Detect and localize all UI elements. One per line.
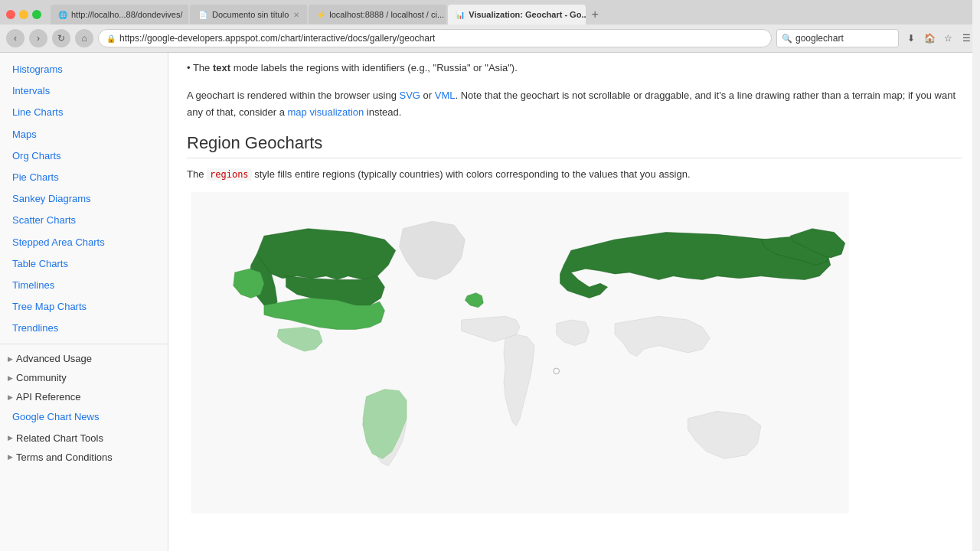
tab-4[interactable]: 📊 Visualization: Geochart - Go... ✕ (448, 5, 586, 24)
terms-conditions-label: Terms and Conditions (16, 452, 113, 463)
download-icon[interactable]: ⬇ (903, 31, 919, 46)
bold-text-word: text (213, 62, 230, 73)
world-map-svg (187, 192, 853, 514)
sidebar-section-terms-conditions[interactable]: ▶ Terms and Conditions (0, 448, 168, 467)
back-button[interactable]: ‹ (6, 29, 24, 47)
address-bar[interactable]: 🔒 https://google-developers.appspot.com/… (98, 29, 772, 47)
tab-2-label: Documento sin título (212, 10, 289, 19)
toolbar-icons: ⬇ 🏠 ☆ ☰ (903, 31, 974, 46)
sidebar-item-tree-map-charts[interactable]: Tree Map Charts (0, 296, 168, 318)
home-button[interactable]: ⌂ (75, 29, 93, 47)
advanced-usage-label: Advanced Usage (16, 353, 92, 364)
intro-paragraph: • The text mode labels the regions with … (187, 53, 962, 81)
tab-3-favicon: ⚡ (316, 9, 325, 20)
address-bar-row: ‹ › ↻ ⌂ 🔒 https://google-developers.apps… (0, 24, 980, 52)
maximize-button[interactable] (32, 10, 41, 19)
tab-2[interactable]: 📄 Documento sin título ✕ (190, 5, 307, 24)
search-text: googlechart (795, 33, 844, 44)
svg-point-3 (730, 269, 733, 273)
tab-1-favicon: 🌐 (58, 9, 67, 20)
sidebar-item-stepped-area-charts[interactable]: Stepped Area Charts (0, 232, 168, 253)
search-bar[interactable]: 🔍 googlechart (776, 29, 899, 47)
sidebar-item-org-charts[interactable]: Org Charts (0, 145, 168, 167)
body-paragraph-2: The regions style fills entire regions (… (187, 166, 962, 183)
traffic-lights (6, 10, 41, 19)
advanced-usage-arrow: ▶ (8, 355, 13, 363)
svg-point-1 (715, 269, 720, 273)
tab-4-label: Visualization: Geochart - Go... (469, 10, 586, 19)
tab-2-favicon: 📄 (198, 9, 208, 20)
community-arrow: ▶ (8, 374, 13, 382)
sidebar-section-community[interactable]: ▶ Community (0, 368, 168, 387)
sidebar-item-sankey-diagrams[interactable]: Sankey Diagrams (0, 188, 168, 210)
map-container (187, 192, 853, 514)
sidebar-divider-1 (0, 344, 168, 344)
scrollbar[interactable] (972, 53, 980, 551)
sidebar-section-advanced-usage[interactable]: ▶ Advanced Usage (0, 349, 168, 368)
bookmark-icon[interactable]: ☆ (940, 31, 956, 46)
tab-4-favicon: 📊 (456, 9, 465, 20)
tab-1-close[interactable]: ✕ (188, 11, 188, 19)
address-text: https://google-developers.appspot.com/ch… (119, 33, 435, 44)
sidebar-item-maps[interactable]: Maps (0, 124, 168, 145)
sidebar-item-pie-charts[interactable]: Pie Charts (0, 167, 168, 188)
section-heading-region-geocharts: Region Geocharts (187, 133, 962, 158)
tab-3-label: localhost:8888 / localhost / ci... (329, 10, 444, 19)
new-tab-button[interactable]: + (587, 7, 603, 22)
menu-icon[interactable]: ☰ (959, 31, 974, 46)
page-container: Histograms Intervals Line Charts Maps Or… (0, 53, 980, 551)
sidebar-item-histograms[interactable]: Histograms (0, 59, 168, 80)
sidebar-item-scatter-charts[interactable]: Scatter Charts (0, 210, 168, 231)
sidebar: Histograms Intervals Line Charts Maps Or… (0, 53, 168, 551)
map-visualization-link[interactable]: map visualization (288, 106, 364, 118)
minimize-button[interactable] (19, 10, 28, 19)
home-icon[interactable]: 🏠 (922, 31, 937, 46)
api-reference-label: API Reference (16, 391, 81, 403)
lock-icon: 🔒 (106, 34, 116, 43)
close-button[interactable] (6, 10, 15, 19)
sidebar-item-intervals[interactable]: Intervals (0, 80, 168, 102)
related-chart-tools-label: Related Chart Tools (16, 432, 103, 444)
tab-1-label: http://localho...88/dondevives/ (71, 10, 183, 19)
sidebar-item-line-charts[interactable]: Line Charts (0, 102, 168, 123)
sidebar-item-trendlines[interactable]: Trendlines (0, 318, 168, 339)
reload-button[interactable]: ↻ (52, 29, 70, 47)
svg-point-2 (723, 272, 726, 276)
vml-link[interactable]: VML (435, 90, 456, 101)
sidebar-item-table-charts[interactable]: Table Charts (0, 253, 168, 275)
related-chart-tools-arrow: ▶ (8, 434, 13, 442)
sidebar-section-related-chart-tools[interactable]: ▶ Related Chart Tools (0, 429, 168, 448)
tab-3[interactable]: ⚡ localhost:8888 / localhost / ci... ✕ (309, 5, 446, 24)
api-reference-arrow: ▶ (8, 393, 13, 401)
browser-chrome: 🌐 http://localho...88/dondevives/ ✕ 📄 Do… (0, 0, 980, 53)
regions-code: regions (207, 168, 252, 181)
sidebar-item-timelines[interactable]: Timelines (0, 275, 168, 296)
terms-conditions-arrow: ▶ (8, 453, 13, 461)
search-icon: 🔍 (782, 34, 792, 44)
main-content: • The text mode labels the regions with … (168, 53, 980, 551)
forward-button[interactable]: › (29, 29, 47, 47)
svg-link[interactable]: SVG (400, 90, 420, 101)
body-paragraph-1: A geochart is rendered within the browse… (187, 87, 962, 121)
tab-2-close[interactable]: ✕ (293, 11, 299, 19)
sidebar-item-google-chart-news[interactable]: Google Chart News (0, 406, 168, 428)
tab-bar: 🌐 http://localho...88/dondevives/ ✕ 📄 Do… (0, 0, 980, 24)
sidebar-section-api-reference[interactable]: ▶ API Reference (0, 387, 168, 406)
community-label: Community (16, 372, 67, 383)
tab-1[interactable]: 🌐 http://localho...88/dondevives/ ✕ (51, 5, 188, 24)
